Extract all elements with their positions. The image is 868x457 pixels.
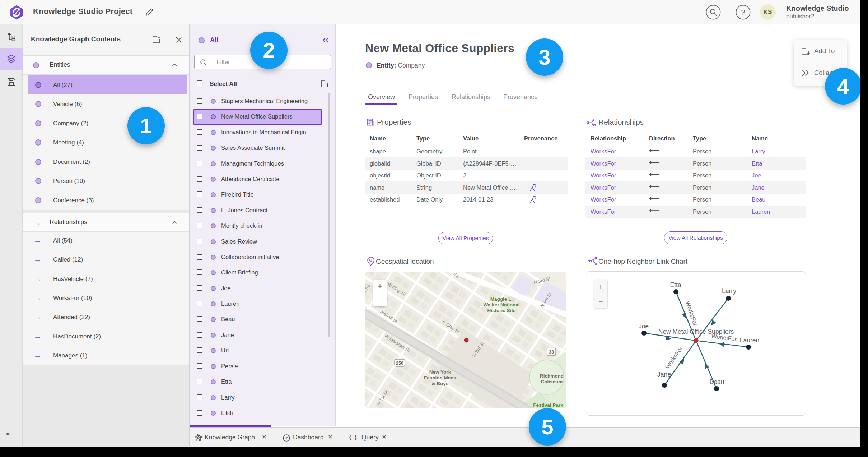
svg-text:Fashion Mens: Fashion Mens bbox=[424, 375, 456, 380]
svg-text:250: 250 bbox=[396, 361, 403, 366]
svg-text:Walker National: Walker National bbox=[484, 302, 520, 308]
svg-text:New York: New York bbox=[429, 369, 451, 375]
svg-text:Joe: Joe bbox=[639, 323, 649, 330]
svg-text:WorksFor: WorksFor bbox=[664, 345, 684, 370]
svg-text:Historic Site: Historic Site bbox=[487, 308, 516, 313]
svg-text:& Boys: & Boys bbox=[432, 381, 449, 386]
svg-text:Jane: Jane bbox=[657, 371, 671, 378]
svg-text:?: ? bbox=[741, 8, 745, 17]
svg-text:Beau: Beau bbox=[710, 378, 724, 386]
svg-text:Festival Park: Festival Park bbox=[533, 402, 563, 408]
svg-text:Larry: Larry bbox=[722, 287, 736, 295]
svg-text:Etta: Etta bbox=[670, 281, 681, 288]
svg-text:Maggie L.: Maggie L. bbox=[490, 296, 513, 302]
svg-text:33: 33 bbox=[549, 350, 554, 355]
svg-text:Richmond: Richmond bbox=[540, 373, 564, 379]
svg-text:Lauren: Lauren bbox=[740, 337, 760, 344]
svg-text:Coliseum: Coliseum bbox=[541, 379, 563, 384]
svg-text:WorksFor: WorksFor bbox=[685, 300, 699, 327]
